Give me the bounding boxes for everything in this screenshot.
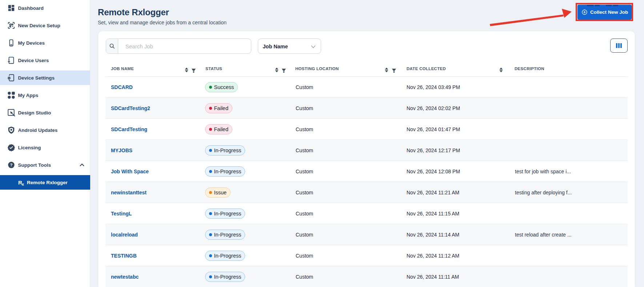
svg-text:?: ?	[10, 163, 13, 167]
